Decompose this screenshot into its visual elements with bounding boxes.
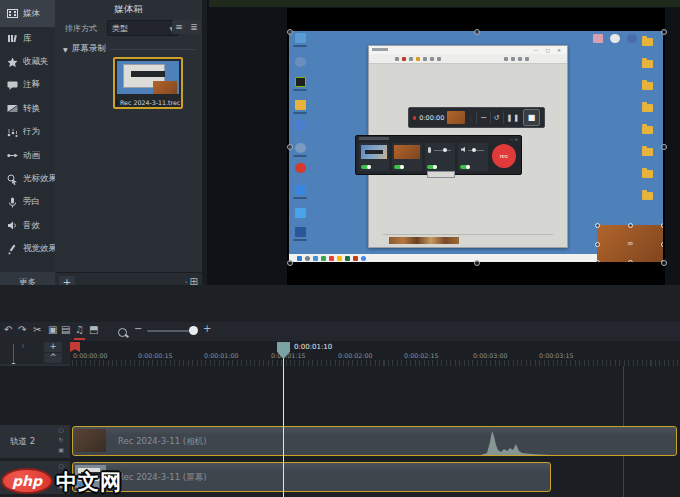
clip-label: Rec 2024-3-11 (屏幕) (118, 472, 206, 484)
sort-descending-icon[interactable]: ≣ (187, 20, 201, 34)
sidebar-item-cursor-effects[interactable]: 光标效果 (0, 167, 55, 190)
timeline-zoom-thumb[interactable] (189, 326, 198, 335)
desktop-icon (295, 163, 306, 173)
track-2-controls[interactable]: ○↻▣ (56, 425, 66, 455)
trec-file-icon (116, 100, 118, 106)
resize-handle[interactable] (661, 144, 667, 150)
sidebar-item-label: 注释 (23, 79, 40, 91)
cut-icon[interactable]: ✂ (33, 324, 41, 335)
recorder-panel: — ✕ (355, 135, 522, 175)
cursor-icon (7, 174, 18, 185)
copy-icon[interactable]: ▣ (48, 324, 57, 335)
film-icon (7, 8, 18, 19)
filmstrip-preview (389, 237, 459, 244)
sidebar-item-behaviors[interactable]: 行为 (0, 121, 55, 144)
speaker-icon (7, 220, 18, 231)
desktop-icon (593, 34, 603, 43)
callout-icon (7, 80, 18, 91)
transition-icon (7, 103, 18, 114)
clip-thumbnail (75, 429, 106, 452)
behaviors-icon (7, 127, 18, 138)
sidebar-item-animations[interactable]: 动画 (0, 144, 55, 167)
triangle-down-icon: ▼ (63, 46, 68, 53)
folder-icon (642, 38, 653, 46)
folder-icon (642, 104, 653, 112)
audio-icon[interactable]: ♫ (75, 324, 84, 335)
resize-handle[interactable] (474, 29, 480, 35)
screen-recording-group[interactable]: ▼ 屏幕录制 (63, 43, 196, 55)
zoom-icon[interactable] (118, 328, 127, 337)
zoom-out-button[interactable]: − (134, 323, 142, 334)
speaker-icon (461, 147, 465, 152)
desktop-icon (627, 34, 637, 43)
recorder-timer: 0:00:00 (419, 114, 444, 122)
sidebar-item-narration[interactable]: 旁白 (0, 191, 55, 214)
track-1-clip-screen[interactable]: Rec 2024-3-11 (屏幕) (72, 462, 551, 492)
tracks-area: 轨道 2 ○↻▣ Rec 2024-3-11 (相机) 轨道 1 ○↻▣ Rec… (0, 366, 680, 497)
icon-label (293, 89, 307, 91)
desktop-icon (295, 208, 306, 218)
sidebar-item-label: 媒体 (23, 8, 40, 20)
sidebar-item-transitions[interactable]: 转换 (0, 97, 55, 120)
sort-type-dropdown[interactable]: 类型 ▼ (107, 20, 179, 36)
undo-icon[interactable]: ↶ (4, 324, 12, 335)
sidebar-item-audio-effects[interactable]: 音效 (0, 214, 55, 237)
desktop-icon (295, 77, 306, 87)
sidebar-item-label: 视觉效果 (23, 243, 57, 255)
ruler-tick: 0:00:01:00 (204, 352, 238, 359)
redo-icon[interactable]: ↷ (18, 324, 26, 335)
resize-handle[interactable] (287, 29, 293, 35)
sort-ascending-icon[interactable]: ≡ (172, 20, 186, 34)
microphone-icon (7, 197, 18, 208)
group-label: 屏幕录制 (72, 43, 106, 55)
desktop-icon (295, 33, 306, 43)
sidebar-item-annotations[interactable]: 注释 (0, 74, 55, 97)
camera-thumb (394, 145, 420, 159)
playhead-line (283, 358, 284, 497)
folder-icon (642, 170, 653, 178)
track-1-controls[interactable]: ○↻▣ (56, 461, 66, 491)
paste-icon[interactable]: ▤ (61, 324, 70, 335)
playhead-time-label: 0:00:01:10 (294, 343, 332, 351)
track-2-clip-camera[interactable]: Rec 2024-3-11 (相机) (72, 426, 677, 456)
resize-handle[interactable] (287, 260, 293, 266)
sidebar-item-media[interactable]: 媒体 (0, 0, 55, 27)
delete-button: − (480, 113, 487, 122)
resize-handle[interactable] (287, 144, 293, 150)
track-1-label: 轨道 1 (10, 472, 35, 484)
webcam-overlay-clip[interactable]: ∞ (597, 225, 663, 262)
sidebar-item-label: 旁白 (23, 196, 40, 208)
resize-handle[interactable] (474, 260, 480, 266)
audio-waveform (481, 428, 551, 455)
collapse-button[interactable]: ^ (44, 353, 62, 363)
restart-button: ↺ (494, 114, 500, 122)
sidebar-item-visual-effects[interactable]: 视觉效果 (0, 238, 55, 261)
media-thumbnail-rec[interactable]: Rec 2024-3-11.trec (113, 57, 183, 109)
resize-handle[interactable] (661, 260, 667, 266)
sidebar-item-library[interactable]: 库 (0, 27, 55, 50)
ruler-tick: 0:00:03:15 (539, 352, 573, 359)
animation-arrow-icon (7, 150, 18, 161)
recorder-panel-title (359, 137, 389, 140)
icon-label (293, 45, 307, 47)
folder-icon (642, 60, 653, 68)
rec-button: rec (492, 144, 516, 168)
add-track-button[interactable]: + (44, 342, 62, 352)
ruler-tick: 0:00:00:00 (73, 352, 107, 359)
zoom-in-button[interactable]: + (203, 323, 211, 334)
record-dot-icon (413, 116, 416, 120)
desktop-icon (295, 57, 306, 67)
audio-slider (468, 150, 484, 151)
camera-icon[interactable]: ⬒ (89, 324, 98, 335)
timeline-ruler[interactable]: 0:00:00:00 0:00:00:15 0:00:01:00 0:00:01… (70, 341, 680, 366)
microphone-section (425, 143, 455, 171)
camera-toggle (394, 165, 404, 169)
timeline-toolbar: ↶ ↷ ✂ ▣ ▤ ♫ ⬒ − + (0, 322, 680, 342)
resize-handle[interactable] (661, 29, 667, 35)
drag-dots-icon: ⁞ (22, 343, 24, 348)
media-bin-title: 媒体箱 (55, 3, 202, 16)
sidebar-item-label: 音效 (23, 220, 40, 232)
recorded-desktop-video[interactable]: — □ ✕ 0:00:00 ⋮ − ↺ (289, 31, 663, 262)
sidebar-item-favorites[interactable]: 收藏夹 (0, 50, 55, 73)
ruler-tick: 0:00:02:15 (404, 352, 438, 359)
